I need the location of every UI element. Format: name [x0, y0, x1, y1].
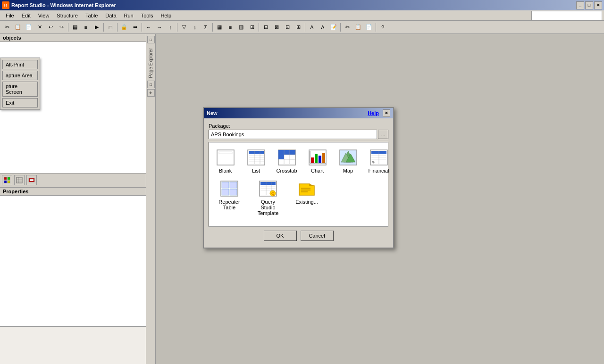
menu-help[interactable]: Help: [157, 12, 175, 19]
capture-screen-button[interactable]: pture Screen: [2, 82, 38, 97]
existing-icon-item[interactable]: Existing...: [290, 177, 323, 207]
crosstab-label: Crosstab: [276, 168, 297, 174]
page-exp-btn-2[interactable]: □: [147, 81, 155, 88]
tb-grid2[interactable]: ⊠: [271, 22, 282, 33]
delete-button[interactable]: ✕: [34, 22, 45, 33]
alt-print-button[interactable]: Alt-Print: [2, 60, 38, 69]
menu-run[interactable]: Run: [120, 12, 137, 19]
tb-text2[interactable]: A: [318, 22, 328, 33]
tb-btn-4[interactable]: ➡: [130, 22, 140, 33]
financial-icon: $: [368, 148, 389, 167]
objects-icon-3[interactable]: [26, 175, 37, 185]
svg-rect-33: [322, 153, 325, 163]
run-button[interactable]: ▶: [92, 22, 102, 33]
page-explorer-label: Page Explorer: [148, 48, 153, 78]
left-panel: Alt-Print apture Area pture Screen Exit …: [0, 34, 146, 364]
menu-edit[interactable]: Edit: [18, 12, 34, 19]
package-label: Package:: [209, 123, 388, 129]
svg-rect-11: [219, 152, 232, 154]
tb-grid4[interactable]: ⊞: [293, 22, 303, 33]
title-bar: R Report Studio - Windows Internet Explo…: [0, 0, 604, 10]
search-input[interactable]: [531, 11, 602, 20]
help-button[interactable]: ?: [378, 22, 388, 33]
copy-button[interactable]: 📋: [13, 22, 23, 33]
svg-rect-22: [284, 150, 290, 155]
query-studio-template-icon-item[interactable]: Q Query Studio Template: [252, 177, 285, 218]
main-layout: Alt-Print apture Area pture Screen Exit …: [0, 34, 604, 364]
tb-grid3[interactable]: ⊡: [282, 22, 293, 33]
paste-button[interactable]: 📄: [24, 22, 34, 33]
repeater-table-icon-item[interactable]: Repeater Table: [213, 177, 246, 212]
cancel-button[interactable]: Cancel: [301, 231, 334, 241]
back-button[interactable]: ←: [143, 22, 154, 33]
svg-rect-65: [301, 191, 308, 192]
forward-button[interactable]: →: [154, 22, 165, 33]
sort-button[interactable]: ↕: [190, 22, 200, 33]
toolbar-separator-5: [177, 23, 177, 32]
close-button[interactable]: ✕: [594, 1, 602, 9]
query-studio-template-icon: Q: [258, 179, 279, 198]
icons-row-1: Blank: [213, 146, 384, 175]
merge-btn[interactable]: ⊞: [247, 22, 257, 33]
existing-label: Existing...: [295, 199, 318, 205]
tb-grid1[interactable]: ⊟: [260, 22, 271, 33]
menu-tools[interactable]: Tools: [137, 12, 157, 19]
objects-icon-2[interactable]: [14, 175, 25, 185]
package-field: ...: [209, 130, 388, 139]
dialog-buttons: OK Cancel: [209, 227, 388, 243]
svg-text:Q: Q: [271, 191, 274, 196]
page-exp-btn-1[interactable]: □: [147, 36, 155, 43]
tb-text3[interactable]: 📝: [328, 22, 339, 33]
undo-button[interactable]: ↩: [45, 22, 56, 33]
chart-icon-item[interactable]: Chart: [305, 146, 330, 175]
tb-btn-3[interactable]: □: [105, 22, 116, 33]
menu-file[interactable]: File: [2, 12, 18, 19]
blank-icon-item[interactable]: Blank: [213, 146, 238, 175]
dialog-close-button[interactable]: ✕: [383, 109, 390, 117]
package-input[interactable]: [209, 130, 377, 139]
financial-icon-item[interactable]: $ Financial: [366, 146, 391, 175]
menu-data[interactable]: Data: [101, 12, 120, 19]
svg-rect-1: [8, 177, 10, 180]
page-exp-btn-3[interactable]: ✛: [147, 89, 155, 97]
up-button[interactable]: ↑: [165, 22, 176, 33]
menu-structure[interactable]: Structure: [53, 12, 82, 19]
minimize-button[interactable]: _: [576, 1, 584, 9]
exit-button[interactable]: Exit: [2, 98, 38, 108]
svg-rect-4: [17, 177, 22, 183]
objects-icon-1[interactable]: [2, 175, 12, 185]
svg-rect-48: [222, 182, 229, 188]
tb-btn-1[interactable]: ▦: [70, 22, 80, 33]
menu-view[interactable]: View: [34, 12, 53, 19]
tb-extra2[interactable]: 📋: [353, 22, 363, 33]
ok-button[interactable]: OK: [264, 231, 297, 241]
list-icon-item[interactable]: List: [243, 146, 268, 175]
title-bar-controls[interactable]: _ □ ✕: [576, 1, 602, 9]
properties-area: [0, 196, 146, 327]
col-btn[interactable]: ▥: [236, 22, 246, 33]
map-icon-item[interactable]: Map: [336, 146, 361, 175]
restore-button[interactable]: □: [585, 1, 593, 9]
crosstab-icon-item[interactable]: Crosstab: [274, 146, 299, 175]
tb-btn-2[interactable]: ≡: [81, 22, 91, 33]
blank-label: Blank: [219, 168, 232, 174]
tb-extra3[interactable]: 📄: [364, 22, 374, 33]
svg-rect-30: [311, 157, 314, 163]
dialog-title: New: [207, 110, 218, 116]
page-explorer-strip: □ Page Explorer □ ✛: [146, 34, 156, 364]
dialog-body: Package: ...: [204, 118, 393, 248]
tb-extra1[interactable]: ✂: [342, 22, 352, 33]
tb-text[interactable]: A: [307, 22, 317, 33]
package-browse-button[interactable]: ...: [378, 130, 388, 139]
filter-button[interactable]: ▽: [179, 22, 189, 33]
lock-button[interactable]: 🔒: [119, 22, 129, 33]
row-btn[interactable]: ≡: [225, 22, 235, 33]
dialog-help-link[interactable]: Help: [368, 110, 379, 116]
redo-button[interactable]: ↪: [56, 22, 67, 33]
table-btn[interactable]: ▦: [214, 22, 225, 33]
menu-bar: File Edit View Structure Table Data Run …: [0, 10, 604, 21]
cut-button[interactable]: ✂: [2, 22, 12, 33]
menu-table[interactable]: Table: [82, 12, 101, 19]
capture-area-button[interactable]: apture Area: [2, 71, 38, 80]
aggregate-button[interactable]: Σ: [201, 22, 211, 33]
